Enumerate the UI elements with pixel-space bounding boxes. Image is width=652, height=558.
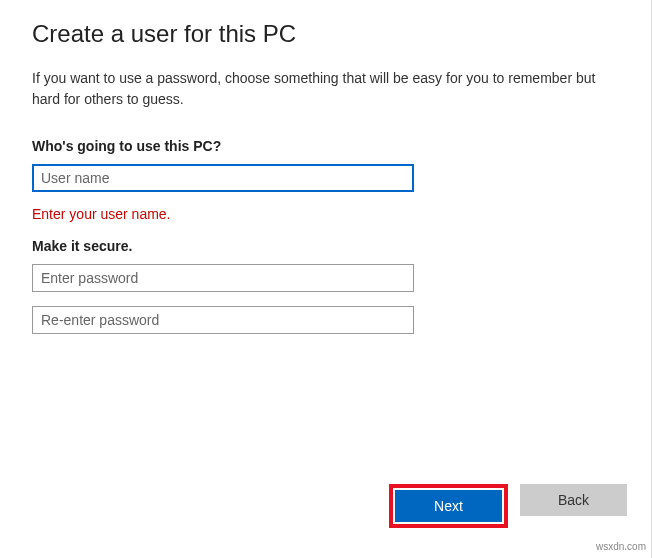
description-text: If you want to use a password, choose so… — [32, 68, 612, 110]
username-error: Enter your user name. — [32, 206, 619, 222]
next-button-highlight: Next — [389, 484, 508, 528]
password-section: Make it secure. — [32, 238, 619, 334]
next-button[interactable]: Next — [395, 490, 502, 522]
username-input[interactable] — [32, 164, 414, 192]
password-label: Make it secure. — [32, 238, 619, 254]
page-title: Create a user for this PC — [32, 20, 619, 48]
password-confirm-input[interactable] — [32, 306, 414, 334]
watermark-text: wsxdn.com — [596, 541, 646, 552]
dialog-container: Create a user for this PC If you want to… — [0, 0, 652, 558]
username-label: Who's going to use this PC? — [32, 138, 619, 154]
button-bar: Next Back — [389, 484, 627, 528]
back-button[interactable]: Back — [520, 484, 627, 516]
username-section: Who's going to use this PC? Enter your u… — [32, 138, 619, 222]
password-input[interactable] — [32, 264, 414, 292]
